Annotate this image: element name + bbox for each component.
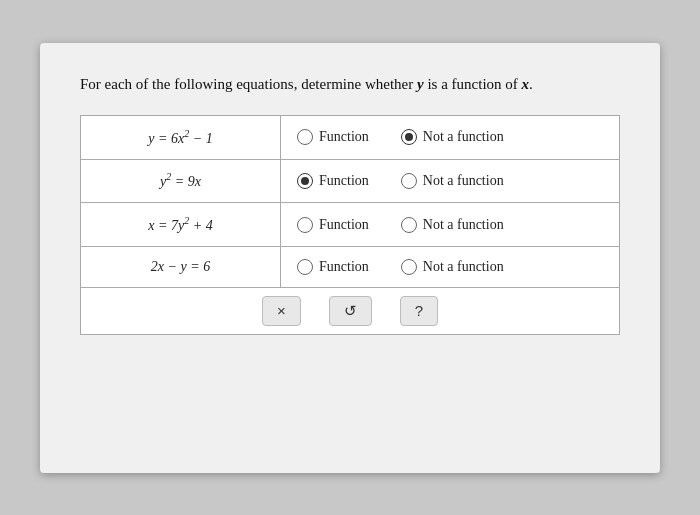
notfunction-label: Not a function — [423, 129, 504, 145]
function-label: Function — [319, 129, 369, 145]
undo-button[interactable]: ↺ — [329, 296, 372, 326]
action-bar: × ↺ ? — [80, 288, 620, 335]
function-radio-4[interactable] — [297, 259, 313, 275]
equation-1: y = 6x2 − 1 — [148, 131, 212, 146]
function-label: Function — [319, 173, 369, 189]
table-row: x = 7y2 + 4 Function Not a function — [81, 203, 620, 247]
equation-4: 2x − y = 6 — [151, 259, 210, 274]
table-row: y = 6x2 − 1 Function Not a function — [81, 116, 620, 160]
equation-cell: x = 7y2 + 4 — [81, 203, 281, 247]
function-label: Function — [319, 259, 369, 275]
equation-cell: y2 = 9x — [81, 159, 281, 203]
function-label: Function — [319, 217, 369, 233]
notfunction-option-3[interactable]: Not a function — [401, 217, 504, 233]
close-button[interactable]: × — [262, 296, 301, 326]
equation-3: x = 7y2 + 4 — [148, 218, 212, 233]
function-option-2[interactable]: Function — [297, 173, 369, 189]
table-row: y2 = 9x Function Not a function — [81, 159, 620, 203]
notfunction-label: Not a function — [423, 173, 504, 189]
function-radio-1[interactable] — [297, 129, 313, 145]
choices-cell: Function Not a function — [281, 116, 620, 160]
notfunction-radio-1[interactable] — [401, 129, 417, 145]
question-text: For each of the following equations, det… — [80, 73, 620, 96]
function-radio-2[interactable] — [297, 173, 313, 189]
function-radio-3[interactable] — [297, 217, 313, 233]
notfunction-option-4[interactable]: Not a function — [401, 259, 504, 275]
equation-cell: y = 6x2 − 1 — [81, 116, 281, 160]
notfunction-radio-2[interactable] — [401, 173, 417, 189]
notfunction-radio-3[interactable] — [401, 217, 417, 233]
function-option-4[interactable]: Function — [297, 259, 369, 275]
notfunction-label: Not a function — [423, 217, 504, 233]
equations-table: y = 6x2 − 1 Function Not a function y — [80, 115, 620, 288]
help-button[interactable]: ? — [400, 296, 438, 326]
notfunction-option-2[interactable]: Not a function — [401, 173, 504, 189]
notfunction-option-1[interactable]: Not a function — [401, 129, 504, 145]
table-row: 2x − y = 6 Function Not a function — [81, 246, 620, 287]
function-option-1[interactable]: Function — [297, 129, 369, 145]
choices-cell: Function Not a function — [281, 246, 620, 287]
choices-cell: Function Not a function — [281, 159, 620, 203]
notfunction-label: Not a function — [423, 259, 504, 275]
notfunction-radio-4[interactable] — [401, 259, 417, 275]
function-option-3[interactable]: Function — [297, 217, 369, 233]
choices-cell: Function Not a function — [281, 203, 620, 247]
equation-cell: 2x − y = 6 — [81, 246, 281, 287]
equation-2: y2 = 9x — [160, 174, 201, 189]
main-page: For each of the following equations, det… — [40, 43, 660, 473]
